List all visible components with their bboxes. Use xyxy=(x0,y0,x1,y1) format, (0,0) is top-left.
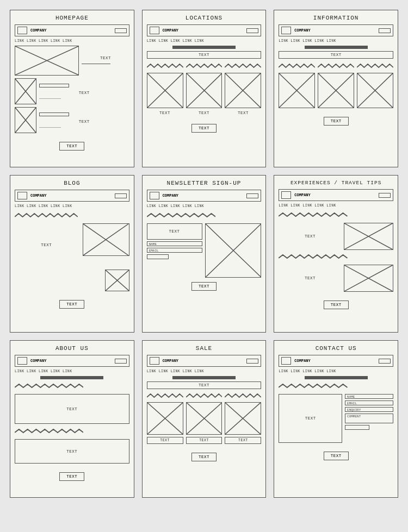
footer-btn-locations[interactable]: TEXT xyxy=(191,124,217,133)
nav-button xyxy=(379,359,391,364)
email-field[interactable]: EMAIL xyxy=(147,248,202,253)
nav-button xyxy=(379,28,391,33)
footer-sale: TEXT xyxy=(147,448,262,461)
newsletter-form-col: TEXT NAME EMAIL xyxy=(147,223,202,278)
sale-img-3 xyxy=(225,402,261,435)
card2-text-col: TEXT xyxy=(39,107,129,133)
info-cards xyxy=(279,73,393,108)
wavy-2 xyxy=(186,63,222,68)
wireframe-grid: Homepage COMPANY LINK LINK LINK LINK LIN… xyxy=(10,10,398,498)
nav-links: LINK LINK LINK LINK LINK xyxy=(15,39,129,43)
nav-information: COMPANY xyxy=(279,24,393,36)
locations-text-box: TEXT xyxy=(147,51,262,59)
nav-experiences: COMPANY xyxy=(279,189,393,201)
card1-title-box xyxy=(39,84,69,87)
card1-line xyxy=(39,98,61,99)
contact-email-field[interactable]: EMAIL xyxy=(345,400,393,405)
company-label: COMPANY xyxy=(29,193,113,198)
sale-text-1: TEXT xyxy=(147,437,183,444)
sale-wavy-3 xyxy=(225,393,261,398)
card2-image xyxy=(15,107,36,133)
contact-enquiry-field[interactable]: ENQUIRY xyxy=(345,407,393,412)
footer-about: TEXT xyxy=(15,468,129,481)
logo-box xyxy=(281,357,291,365)
footer-btn-information[interactable]: TEXT xyxy=(324,117,349,126)
title-sale: Sale xyxy=(147,345,262,352)
wireframe-information: Information COMPANY LINK LINK LINK LINK … xyxy=(274,10,398,167)
logo-box xyxy=(17,357,27,365)
submit-btn[interactable] xyxy=(147,254,169,259)
nav-links: LINK LINK LINK LINK LINK xyxy=(279,370,393,373)
loc-text-1: TEXT xyxy=(147,111,183,115)
footer-btn-contact[interactable]: TEXT xyxy=(324,452,349,460)
company-label: COMPANY xyxy=(29,28,113,33)
nav-newsletter: COMPANY xyxy=(147,190,262,202)
blog-image xyxy=(83,223,129,256)
loc-img-3 xyxy=(225,73,261,108)
nav-about: COMPANY xyxy=(15,355,129,367)
wireframe-blog: Blog COMPANY LINK LINK LINK LINK LINK TE… xyxy=(10,175,134,333)
footer-blog: TEXT xyxy=(15,296,129,309)
title-locations: Locations xyxy=(147,15,262,21)
hero-underline xyxy=(82,64,110,65)
company-label: COMPANY xyxy=(29,359,113,363)
blog-text-col: TEXT xyxy=(15,223,80,267)
footer-btn-homepage[interactable]: TEXT xyxy=(59,142,84,151)
info-img-3 xyxy=(357,73,393,108)
sale-text-top: TEXT xyxy=(147,381,262,389)
info-img-2 xyxy=(318,73,354,108)
contact-comment-field[interactable]: COMMENT xyxy=(345,414,393,423)
location-cards xyxy=(147,73,262,108)
about-wavy-mid xyxy=(15,428,83,434)
contact-dark-bar xyxy=(305,376,368,379)
card-row-1: TEXT xyxy=(15,78,129,104)
nav-homepage: COMPANY xyxy=(15,24,129,36)
contact-name-field[interactable]: NAME xyxy=(345,394,393,399)
footer-information: TEXT xyxy=(279,112,393,126)
nav-blog: COMPANY xyxy=(15,190,129,202)
exp-row-1: TEXT xyxy=(279,223,393,250)
contact-form-col: NAME EMAIL ENQUIRY COMMENT xyxy=(345,394,393,443)
footer-btn-newsletter[interactable]: TEXT xyxy=(191,282,217,291)
footer-btn-blog[interactable]: TEXT xyxy=(59,300,84,309)
wireframe-locations: Locations COMPANY LINK LINK LINK LINK LI… xyxy=(142,10,267,167)
title-about: About Us xyxy=(15,345,129,352)
card-row-2: TEXT xyxy=(15,107,129,133)
nav-links: LINK LINK LINK LINK LINK xyxy=(15,370,129,373)
blog-small-image xyxy=(105,270,129,291)
loc-img-2 xyxy=(186,73,222,108)
exp-row-2: TEXT xyxy=(279,265,393,292)
blog-wavy xyxy=(15,212,78,218)
card1-image xyxy=(15,78,36,104)
about-wavy-top xyxy=(15,383,83,389)
about-text-1: TEXT xyxy=(15,394,129,424)
nav-links: LINK LINK LINK LINK LINK xyxy=(147,39,262,43)
exp-text-1: TEXT xyxy=(279,234,341,239)
footer-btn-about[interactable]: TEXT xyxy=(59,472,84,481)
loc-text-3: TEXT xyxy=(225,111,261,115)
footer-btn-experiences[interactable]: TEXT xyxy=(324,301,349,309)
company-label: COMPANY xyxy=(293,193,376,197)
company-label: COMPANY xyxy=(293,359,376,363)
title-experiences: Experiences / Travel Tips xyxy=(279,180,393,186)
about-dark-bar xyxy=(40,376,103,379)
company-label: COMPANY xyxy=(162,359,245,363)
wireframe-sale: Sale COMPANY LINK LINK LINK LINK LINK TE… xyxy=(142,340,267,498)
newsletter-wavy xyxy=(147,212,215,218)
logo-box xyxy=(150,192,159,199)
blog-text: TEXT xyxy=(15,243,78,247)
newsletter-image xyxy=(205,223,262,278)
exp-img-1 xyxy=(344,223,393,250)
contact-submit-btn[interactable] xyxy=(345,425,369,430)
hero-text-col: TEXT xyxy=(82,46,129,76)
card1-text: TEXT xyxy=(39,91,129,95)
nav-links: LINK LINK LINK LINK LINK xyxy=(15,204,129,208)
nav-links: LINK LINK LINK LINK LINK xyxy=(147,204,262,208)
footer-btn-sale[interactable]: TEXT xyxy=(191,453,217,461)
name-field[interactable]: NAME xyxy=(147,241,202,246)
logo-box xyxy=(281,191,291,199)
info-img-1 xyxy=(279,73,315,108)
footer-newsletter: TEXT xyxy=(147,278,262,291)
contact-wavy xyxy=(279,383,347,389)
card2-line xyxy=(39,127,61,128)
